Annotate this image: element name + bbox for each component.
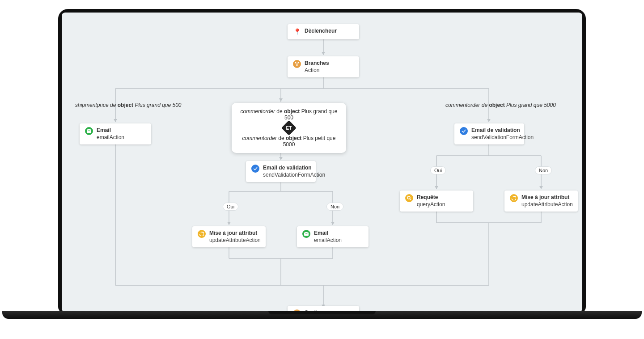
node-title: Email [97, 127, 124, 134]
yes-pill: Oui [430, 166, 446, 174]
node-title: Email de validation [263, 165, 325, 172]
branch-icon [293, 60, 301, 68]
update-attribute-node-center[interactable]: Mise à jour attribut updateAttributeActi… [192, 226, 266, 247]
update-attribute-node-right[interactable]: Mise à jour attribut updateAttributeActi… [504, 191, 578, 212]
email-node-center[interactable]: Email emailAction [297, 226, 369, 247]
arrow-icon [114, 119, 117, 122]
validation-email-node-right[interactable]: Email de validation sendValidationFormAc… [454, 123, 524, 144]
node-subtitle: updateAttributeAction [521, 201, 573, 208]
pin-icon: 📍 [293, 28, 301, 36]
node-title: Requête [417, 194, 445, 201]
arrow-icon [279, 98, 283, 102]
workflow-canvas[interactable]: 📍 Dèclencheur Branches Action shipmentpr… [62, 13, 582, 312]
arrow-icon [487, 119, 491, 122]
email-icon [85, 127, 93, 135]
svg-line-32 [410, 199, 411, 200]
node-title: Mise à jour attribut [209, 230, 261, 237]
condition-line-1: commentorder de object Plus grand que 50… [240, 108, 338, 121]
laptop-hinge [268, 311, 376, 314]
trigger-node[interactable]: 📍 Dèclencheur [288, 24, 359, 39]
query-icon [405, 194, 413, 202]
condition-line-2: commentorder de object Plus petit que 50… [240, 135, 338, 148]
node-title: Email de validation [471, 127, 534, 134]
query-node[interactable]: Requête queryAction [400, 191, 473, 212]
update-icon [510, 194, 518, 202]
condition-card-center[interactable]: commentorder de object Plus grand que 50… [232, 103, 346, 153]
arrow-icon [435, 186, 438, 189]
arrow-icon [539, 186, 543, 189]
laptop-frame: 📍 Dèclencheur Branches Action shipmentpr… [58, 9, 586, 313]
update-icon [198, 230, 206, 238]
node-subtitle: emailAction [314, 237, 342, 244]
email-icon [302, 230, 310, 238]
arrow-icon [227, 222, 231, 225]
no-pill: Non [326, 203, 343, 211]
node-subtitle: sendValidationFormAction [471, 134, 534, 141]
node-title: Branches [305, 60, 329, 67]
node-subtitle: emailAction [97, 134, 124, 141]
branch-condition-right: commentorder de object Plus grand que 50… [445, 102, 556, 108]
node-subtitle: queryAction [417, 201, 445, 208]
and-operator-icon: ET [281, 120, 297, 136]
branches-node[interactable]: Branches Action [288, 56, 359, 77]
branch-condition-left: shipmentprice de object Plus grand que 5… [75, 102, 182, 108]
node-title: Dèclencheur [305, 28, 337, 35]
arrow-icon [279, 157, 283, 160]
node-subtitle: Action [305, 67, 329, 74]
validation-icon [251, 165, 259, 173]
node-title: Email [314, 230, 342, 237]
arrow-icon [322, 52, 325, 55]
validation-icon [460, 127, 468, 135]
email-node-left[interactable]: Email emailAction [80, 123, 151, 144]
node-subtitle: updateAttributeAction [209, 237, 261, 244]
node-subtitle: sendValidationFormAction [263, 172, 325, 179]
yes-pill: Oui [223, 203, 238, 211]
node-title: Mise à jour attribut [521, 194, 573, 201]
validation-email-node-center[interactable]: Email de validation sendValidationFormAc… [246, 161, 316, 182]
arrow-icon [331, 222, 335, 225]
no-pill: Non [535, 166, 552, 174]
